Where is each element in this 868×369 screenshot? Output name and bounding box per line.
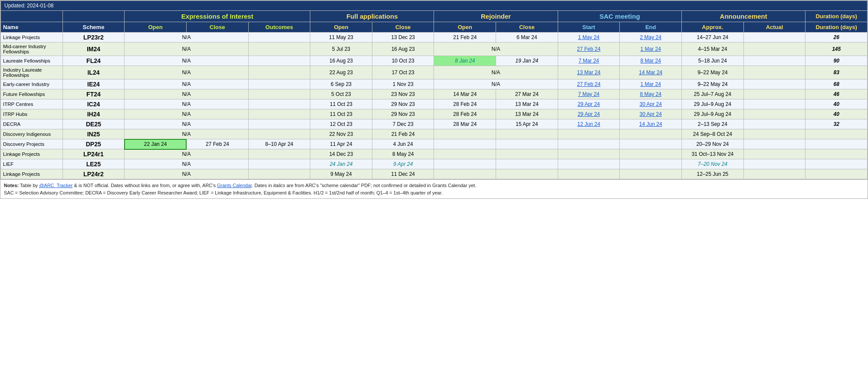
sac-end-cell[interactable]: 14 Jun 24: [620, 119, 682, 129]
sac-start-cell[interactable]: 13 Mar 24: [558, 66, 620, 79]
table-row: Linkage ProjectsLP23r2N/A11 May 2313 Dec…: [1, 33, 868, 43]
sac-start-cell[interactable]: 27 Feb 24: [558, 79, 620, 89]
duration-cell: 83: [806, 66, 868, 79]
rej-open-cell: [434, 159, 496, 169]
eoi-na-cell: N/A: [125, 99, 248, 109]
sac-end-cell: [620, 159, 682, 169]
rej-open-cell: [434, 139, 496, 149]
ann-actual-cell: [743, 139, 806, 149]
full-open-cell: 11 May 23: [310, 33, 372, 43]
ann-actual-cell: [743, 33, 806, 43]
ann-actual-cell: [743, 169, 806, 179]
ann-actual-cell: [743, 43, 806, 56]
sac-end-cell[interactable]: 8 Mar 24: [620, 56, 682, 66]
sac-end-cell[interactable]: 2 May 24: [620, 33, 682, 43]
sac-start-cell[interactable]: 7 May 24: [558, 89, 620, 99]
rej-close-cell: [496, 139, 558, 149]
eoi-na-cell: N/A: [125, 119, 248, 129]
rej-open-cell: 8 Jan 24: [434, 56, 496, 66]
full-open-cell: 9 May 24: [310, 169, 372, 179]
name-cell: Early-career Industry: [1, 79, 63, 89]
sac-start-cell[interactable]: 1 May 24: [558, 33, 620, 43]
sac-end-cell: [620, 139, 682, 149]
main-container: Updated: 2024-01-08 Expressions of Inter…: [0, 0, 868, 199]
rej-close-cell: 27 Mar 24: [496, 89, 558, 99]
ann-approx-cell: 5–18 Jun 24: [682, 56, 744, 66]
duration-cell: 26: [806, 33, 868, 43]
sac-start-cell[interactable]: 7 Mar 24: [558, 56, 620, 66]
sac-end-cell: [620, 149, 682, 159]
eoi-close-cell: 27 Feb 24: [186, 139, 248, 149]
duration-cell: [806, 169, 868, 179]
rej-close-cell: 6 Mar 24: [496, 33, 558, 43]
table-row: Mid-career Industry FellowshipsIM24N/A5 …: [1, 43, 868, 56]
scheme-cell: IC24: [62, 99, 125, 109]
ann-approx-cell: 24 Sep–8 Oct 24: [682, 129, 744, 139]
duration-cell: 32: [806, 119, 868, 129]
sac-start-cell[interactable]: 12 Jun 24: [558, 119, 620, 129]
eoi-outcomes-cell: [248, 119, 310, 129]
name-cell: Discovery Indigenous: [1, 129, 63, 139]
full-close-cell: 21 Feb 24: [372, 129, 434, 139]
subheader-full-close: Close: [372, 22, 434, 33]
table-row: Discovery ProjectsDP2522 Jan 2427 Feb 24…: [1, 139, 868, 149]
eoi-outcomes-cell: [248, 169, 310, 179]
subheader-sac-end: End: [620, 22, 682, 33]
sac-start-cell[interactable]: 29 Apr 24: [558, 109, 620, 119]
table-row: Linkage ProjectsLP24r1N/A14 Dec 238 May …: [1, 149, 868, 159]
ann-actual-cell: [743, 56, 806, 66]
sac-end-cell[interactable]: 8 May 24: [620, 89, 682, 99]
scheme-cell: FT24: [62, 89, 125, 99]
sac-end-cell[interactable]: 1 Mar 24: [620, 43, 682, 56]
sac-end-cell[interactable]: 1 Mar 24: [620, 79, 682, 89]
scheme-cell: IN25: [62, 129, 125, 139]
sac-start-cell[interactable]: 29 Apr 24: [558, 99, 620, 109]
grants-calendar-link[interactable]: Grants Calendar: [217, 183, 252, 188]
arc-tracker-link[interactable]: @ARC_Tracker: [39, 183, 72, 188]
full-close-cell: 8 May 24: [372, 149, 434, 159]
sac-end-cell[interactable]: 14 Mar 24: [620, 66, 682, 79]
scheme-cell: IL24: [62, 66, 125, 79]
full-close-cell: 4 Jun 24: [372, 139, 434, 149]
scheme-cell: LP23r2: [62, 33, 125, 43]
name-cell: LIEF: [1, 159, 63, 169]
updated-cell: Updated: 2024-01-08: [1, 1, 868, 11]
ann-approx-cell: 31 Oct–13 Nov 24: [682, 149, 744, 159]
name-cell: Linkage Projects: [1, 149, 63, 159]
eoi-na-cell: N/A: [125, 79, 248, 89]
full-close-cell: 29 Nov 23: [372, 109, 434, 119]
eoi-outcomes-cell: [248, 159, 310, 169]
full-close-cell: 9 Apr 24: [372, 159, 434, 169]
notes-text: Notes: Table by @ARC_Tracker & is NOT of…: [4, 183, 476, 195]
eoi-na-cell: N/A: [125, 89, 248, 99]
subheader-eoi-outcomes: Outcomes: [248, 22, 310, 33]
ann-approx-cell: 7–20 Nov 24: [682, 159, 744, 169]
full-open-cell: 5 Jul 23: [310, 43, 372, 56]
subheader-ann-approx: Approx.: [682, 22, 744, 33]
full-open-cell: 11 Oct 23: [310, 99, 372, 109]
ann-actual-cell: [743, 66, 806, 79]
ann-actual-cell: [743, 119, 806, 129]
header-name: [1, 11, 63, 22]
duration-cell: [806, 149, 868, 159]
section-eoi: Expressions of Interest: [125, 11, 310, 22]
ann-approx-cell: 14–27 Jun 24: [682, 33, 744, 43]
name-cell: DECRA: [1, 119, 63, 129]
table-row: DECRADE25N/A12 Oct 237 Dec 2328 Mar 2415…: [1, 119, 868, 129]
sac-start-cell: [558, 159, 620, 169]
table-row: Early-career IndustryIE24N/A6 Sep 231 No…: [1, 79, 868, 89]
full-close-cell: 13 Dec 23: [372, 33, 434, 43]
rej-open-cell: [434, 129, 496, 139]
full-open-cell: 6 Sep 23: [310, 79, 372, 89]
subheader-name: Name: [1, 22, 63, 33]
ann-approx-cell: 4–15 Mar 24: [682, 43, 744, 56]
sac-start-cell[interactable]: 27 Feb 24: [558, 43, 620, 56]
sac-end-cell[interactable]: 30 Apr 24: [620, 109, 682, 119]
scheme-cell: IM24: [62, 43, 125, 56]
eoi-outcomes-cell: [248, 79, 310, 89]
eoi-outcomes-cell: [248, 149, 310, 159]
scheme-cell: DE25: [62, 119, 125, 129]
ann-approx-cell: 12–25 Jun 25: [682, 169, 744, 179]
eoi-na-cell: N/A: [125, 159, 248, 169]
sac-end-cell[interactable]: 30 Apr 24: [620, 99, 682, 109]
